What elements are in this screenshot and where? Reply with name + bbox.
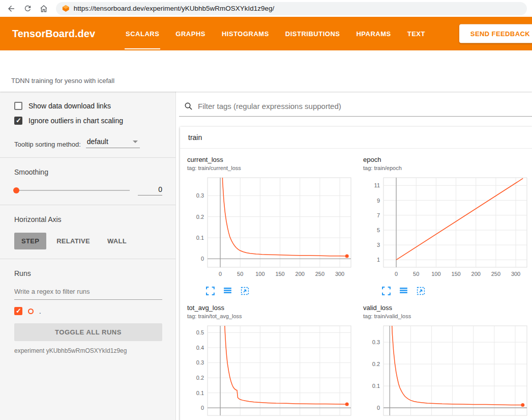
svg-text:0.2: 0.2 [372, 361, 380, 367]
svg-text:0: 0 [201, 405, 204, 411]
experiment-caption: experiment yKUbhb5wRmOSXYkId1z9eg [14, 347, 162, 354]
send-feedback-button[interactable]: SEND FEEDBACK [459, 24, 532, 43]
smoothing-label: Smoothing [14, 168, 162, 176]
tag-filter-row [179, 98, 532, 117]
runs-label: Runs [14, 269, 162, 277]
chart-tag: tag: train/current_loss [187, 165, 355, 171]
svg-text:7: 7 [377, 212, 380, 218]
svg-text:1: 1 [377, 257, 380, 263]
tensorboard-favicon [62, 5, 70, 12]
chart-tag: tag: train/epoch [363, 165, 531, 171]
chart-grid: current_losstag: train/current_loss05010… [180, 149, 532, 420]
svg-text:250: 250 [315, 271, 324, 277]
toggle-all-runs-button[interactable]: TOGGLE ALL RUNS [14, 323, 162, 341]
tooltip-sorting-select[interactable]: default [86, 137, 140, 148]
chart-plot[interactable]: 0501001502002503001357911 [359, 175, 531, 280]
svg-text:300: 300 [511, 271, 520, 277]
reload-icon[interactable] [21, 3, 34, 15]
tab-scalars[interactable]: SCALARS [117, 17, 167, 50]
tab-text[interactable]: TEXT [399, 17, 433, 50]
chart-plot[interactable]: 5010015020025030000.10.20.3 [359, 323, 531, 420]
data-list-icon[interactable] [399, 286, 408, 296]
horizontal-axis-label: Horizontal Axis [14, 215, 162, 223]
svg-text:0.3: 0.3 [196, 192, 204, 199]
search-icon [184, 102, 193, 110]
tooltip-sorting-label: Tooltip sorting method: [14, 141, 81, 148]
svg-text:150: 150 [451, 271, 460, 277]
smoothing-slider-knob[interactable] [13, 187, 19, 193]
experiment-title-strip: TDNN training for yesno with icefall [0, 50, 532, 92]
tab-hparams[interactable]: HPARAMS [348, 17, 399, 50]
svg-text:0: 0 [219, 271, 222, 277]
address-bar[interactable] [56, 2, 527, 15]
svg-text:300: 300 [335, 271, 344, 277]
svg-text:3: 3 [377, 242, 380, 248]
fullscreen-icon[interactable] [205, 286, 215, 296]
show-download-links-checkbox[interactable] [14, 102, 22, 110]
smoothing-value-input[interactable] [138, 185, 162, 195]
svg-text:0.3: 0.3 [372, 339, 380, 345]
nav-tabs: SCALARS GRAPHS HISTOGRAMS DISTRIBUTIONS … [117, 17, 433, 50]
svg-text:200: 200 [471, 271, 481, 277]
train-section-header[interactable]: train [180, 127, 532, 149]
home-icon[interactable] [38, 3, 50, 15]
svg-text:0: 0 [377, 405, 380, 411]
svg-text:11: 11 [374, 182, 380, 188]
axis-relative-button[interactable]: RELATIVE [49, 233, 97, 249]
train-section-card: train current_losstag: train/current_los… [180, 127, 532, 420]
svg-text:250: 250 [491, 271, 500, 277]
ignore-outliers-checkbox[interactable] [14, 117, 22, 125]
sidebar-divider [0, 259, 175, 259]
svg-text:50: 50 [237, 271, 243, 277]
tag-filter-input[interactable] [198, 102, 532, 110]
app-header: TensorBoard.dev SCALARS GRAPHS HISTOGRAM… [0, 17, 532, 50]
smoothing-slider[interactable] [14, 190, 130, 191]
fit-domain-icon[interactable] [240, 286, 250, 296]
svg-text:0.1: 0.1 [196, 235, 204, 241]
svg-text:9: 9 [377, 198, 380, 204]
svg-text:50: 50 [413, 271, 419, 277]
chart-title: current_loss [187, 156, 355, 163]
run-name: . [39, 307, 41, 315]
data-list-icon[interactable] [223, 286, 232, 296]
svg-text:0.1: 0.1 [196, 390, 204, 396]
svg-text:5: 5 [377, 227, 380, 233]
svg-text:0.2: 0.2 [196, 375, 204, 381]
axis-wall-button[interactable]: WALL [100, 233, 134, 249]
svg-text:200: 200 [295, 271, 305, 277]
chart-title: epoch [363, 156, 531, 163]
runs-filter-input[interactable] [14, 287, 162, 300]
run-color-swatch-icon [28, 309, 34, 314]
fit-domain-icon[interactable] [416, 286, 426, 296]
settings-sidebar: Show data download links Ignore outliers… [0, 92, 176, 420]
svg-text:100: 100 [255, 271, 264, 277]
browser-toolbar [0, 0, 532, 17]
show-download-links-label: Show data download links [28, 102, 111, 110]
axis-step-button[interactable]: STEP [14, 233, 46, 249]
tab-distributions[interactable]: DISTRIBUTIONS [277, 17, 348, 50]
tab-histograms[interactable]: HISTOGRAMS [214, 17, 277, 50]
chart-plot[interactable]: 05010015020025030000.10.20.3 [183, 175, 355, 280]
chart-card-current_loss: current_losstag: train/current_loss05010… [181, 156, 357, 296]
brand-logo[interactable]: TensorBoard.dev [12, 28, 95, 40]
sidebar-divider [0, 205, 175, 205]
experiment-title: TDNN training for yesno with icefall [11, 77, 114, 85]
svg-text:100: 100 [431, 271, 440, 277]
chart-title: tot_avg_loss [187, 304, 355, 312]
run-checkbox[interactable] [14, 307, 22, 315]
chart-tag: tag: train/tot_avg_loss [187, 313, 355, 319]
svg-text:0.3: 0.3 [196, 359, 204, 366]
url-input[interactable] [74, 5, 521, 12]
chart-plot[interactable]: 05010015020025030000.10.20.30.40.5 [183, 323, 355, 420]
svg-text:150: 150 [275, 271, 284, 277]
back-icon[interactable] [5, 3, 17, 15]
dropdown-arrow-icon [133, 141, 138, 143]
chart-title: valid_loss [363, 304, 531, 312]
fullscreen-icon[interactable] [381, 286, 391, 296]
svg-text:0.5: 0.5 [196, 329, 204, 335]
svg-text:0.2: 0.2 [196, 214, 204, 220]
tab-graphs[interactable]: GRAPHS [167, 17, 214, 50]
chart-card-valid_loss: valid_losstag: train/valid_loss501001502… [357, 304, 532, 420]
run-row: . [14, 307, 162, 315]
chart-toolbar [381, 286, 531, 296]
